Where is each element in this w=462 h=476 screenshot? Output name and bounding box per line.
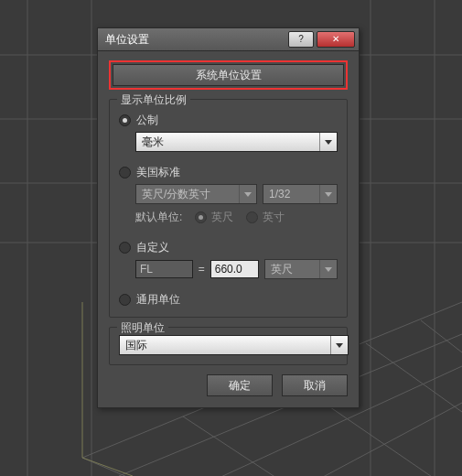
generic-radio[interactable] bbox=[119, 294, 131, 306]
us-standard-radio-row[interactable]: 美国标准 bbox=[119, 165, 338, 180]
us-feet-label: 英尺 bbox=[211, 210, 233, 225]
lighting-units-combo[interactable]: 国际 bbox=[119, 335, 349, 355]
lighting-units-group: 照明单位 国际 bbox=[109, 327, 348, 365]
metric-radio[interactable] bbox=[119, 114, 131, 126]
lighting-units-value: 国际 bbox=[125, 338, 147, 353]
close-icon: ✕ bbox=[332, 35, 339, 44]
metric-combo-wrap: 毫米 bbox=[135, 132, 338, 152]
generic-label: 通用单位 bbox=[136, 292, 180, 308]
chevron-down-icon bbox=[319, 133, 337, 151]
us-inch-option: 英寸 bbox=[246, 210, 285, 225]
chevron-down-icon bbox=[319, 260, 337, 278]
custom-radio-row[interactable]: 自定义 bbox=[119, 240, 338, 255]
custom-unit-combo: 英尺 bbox=[264, 259, 338, 279]
display-unit-scale-title: 显示单位比例 bbox=[117, 92, 190, 108]
system-unit-highlight: 系统单位设置 bbox=[109, 60, 348, 90]
lighting-units-title: 照明单位 bbox=[117, 320, 168, 336]
us-fraction-combo: 1/32 bbox=[263, 184, 338, 204]
metric-unit-value: 毫米 bbox=[142, 135, 164, 150]
custom-value-text: 660.0 bbox=[215, 263, 242, 276]
dialog-title: 单位设置 bbox=[105, 32, 288, 48]
dialog-body: 系统单位设置 显示单位比例 公制 毫米 美国 bbox=[98, 51, 359, 407]
dialog-titlebar[interactable]: 单位设置 ? ✕ bbox=[98, 28, 359, 51]
svg-line-17 bbox=[82, 458, 133, 476]
generic-radio-row[interactable]: 通用单位 bbox=[119, 292, 338, 308]
custom-prefix-value: FL bbox=[140, 263, 153, 276]
chevron-down-icon bbox=[319, 185, 337, 203]
window-buttons: ? ✕ bbox=[288, 31, 355, 48]
us-standard-combos: 英尺/分数英寸 1/32 bbox=[135, 184, 338, 204]
question-icon: ? bbox=[298, 35, 304, 44]
us-default-units-row: 默认单位: 英尺 英寸 bbox=[135, 210, 338, 225]
us-format-value: 英尺/分数英寸 bbox=[142, 187, 210, 202]
custom-label: 自定义 bbox=[136, 240, 169, 255]
custom-radio[interactable] bbox=[119, 242, 131, 254]
custom-inputs: FL = 660.0 英尺 bbox=[135, 259, 338, 279]
help-button[interactable]: ? bbox=[288, 31, 314, 48]
equals-sign: = bbox=[199, 263, 205, 276]
us-fraction-value: 1/32 bbox=[269, 188, 290, 200]
us-inch-label: 英寸 bbox=[263, 210, 285, 225]
us-standard-label: 美国标准 bbox=[136, 165, 180, 180]
chevron-down-icon bbox=[239, 185, 256, 203]
us-standard-radio[interactable] bbox=[119, 167, 131, 178]
custom-unit-value: 英尺 bbox=[271, 262, 293, 277]
metric-radio-row[interactable]: 公制 bbox=[119, 113, 338, 128]
cancel-button[interactable]: 取消 bbox=[282, 374, 348, 396]
units-setup-dialog: 单位设置 ? ✕ 系统单位设置 显示单位比例 公制 毫米 bbox=[97, 27, 360, 408]
metric-unit-combo[interactable]: 毫米 bbox=[135, 132, 338, 152]
ok-button[interactable]: 确定 bbox=[207, 374, 273, 396]
viewport-background: 单位设置 ? ✕ 系统单位设置 显示单位比例 公制 毫米 bbox=[0, 0, 462, 476]
system-unit-setup-label: 系统单位设置 bbox=[196, 68, 262, 83]
chevron-down-icon bbox=[330, 336, 348, 354]
svg-line-12 bbox=[82, 458, 210, 476]
system-unit-setup-button[interactable]: 系统单位设置 bbox=[113, 64, 344, 86]
close-button[interactable]: ✕ bbox=[317, 31, 355, 48]
metric-label: 公制 bbox=[136, 113, 158, 128]
custom-prefix-input: FL bbox=[135, 260, 193, 278]
svg-line-13 bbox=[183, 416, 329, 476]
us-format-combo: 英尺/分数英寸 bbox=[135, 184, 257, 204]
us-default-label: 默认单位: bbox=[135, 210, 182, 225]
custom-value-input: 660.0 bbox=[210, 260, 259, 278]
dialog-buttons: 确定 取消 bbox=[109, 374, 348, 396]
ok-label: 确定 bbox=[229, 378, 251, 394]
cancel-label: 取消 bbox=[304, 378, 326, 394]
us-feet-option: 英尺 bbox=[195, 210, 233, 225]
us-feet-radio bbox=[195, 211, 207, 223]
display-unit-scale-group: 显示单位比例 公制 毫米 美国标准 bbox=[109, 99, 348, 318]
us-inch-radio bbox=[246, 211, 258, 223]
